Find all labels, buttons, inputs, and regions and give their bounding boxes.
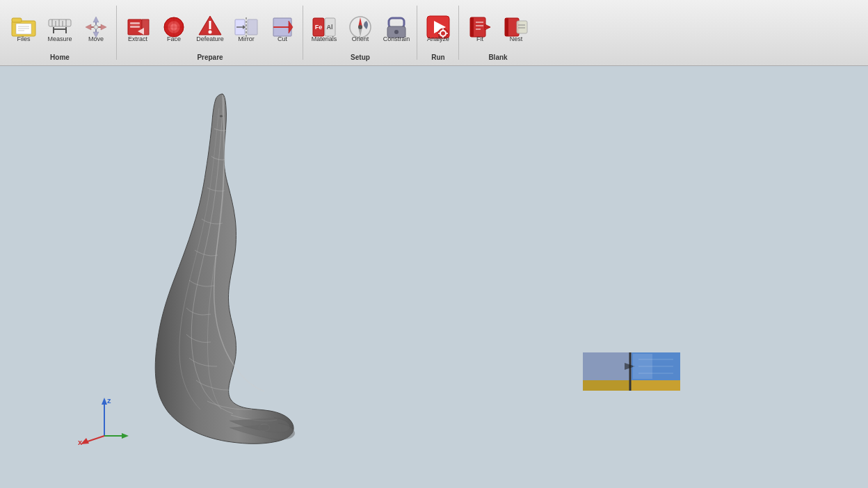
svg-point-50 <box>358 25 362 29</box>
viewport[interactable]: z x <box>0 66 868 488</box>
fit-label: Fit <box>476 35 483 42</box>
run-group-label: Run <box>431 54 444 61</box>
extract-label: Extract <box>128 35 147 42</box>
measure-label: Measure <box>47 35 72 42</box>
svg-rect-63 <box>470 17 474 37</box>
files-label: Files <box>17 35 30 42</box>
extract-button[interactable]: Extract <box>120 9 156 56</box>
face-label: Face <box>167 35 181 42</box>
setup-group-label: Setup <box>351 54 370 61</box>
svg-marker-15 <box>93 17 99 22</box>
measure-button[interactable]: Measure <box>42 9 78 56</box>
home-group-label: Home <box>50 54 70 61</box>
defeature-button[interactable]: Defeature <box>192 9 228 56</box>
mirror-label: Mirror <box>238 35 255 42</box>
mirror-button[interactable]: Mirror <box>228 9 264 56</box>
svg-rect-86 <box>632 380 680 391</box>
move-label: Move <box>88 35 104 42</box>
blank-group-label: Blank <box>488 54 507 61</box>
part-3d-view <box>111 87 355 462</box>
toolbar-group-home: Files Measure <box>3 0 117 65</box>
analyze-label: Analyze <box>427 35 449 42</box>
svg-marker-20 <box>101 24 106 30</box>
nest-label: Nest <box>510 35 523 42</box>
defeature-label: Defeature <box>196 35 224 42</box>
toolbar-group-prepare: Extract Face <box>117 0 303 65</box>
axes-indicator: z x <box>77 391 132 446</box>
toolbar-group-blank: Fit Nest Blank <box>459 0 537 65</box>
svg-rect-24 <box>130 22 140 24</box>
materials-label: Materials <box>312 35 337 42</box>
svg-marker-82 <box>122 433 129 439</box>
blank-preview <box>583 352 680 391</box>
svg-rect-71 <box>517 21 527 33</box>
constrain-button[interactable]: Constrain <box>378 9 415 56</box>
face-button[interactable]: Face <box>156 9 192 56</box>
analyze-button[interactable]: Analyze <box>420 9 456 56</box>
toolbar-group-run: Analyze Run <box>417 0 459 65</box>
svg-rect-83 <box>583 352 632 380</box>
fit-button[interactable]: Fit <box>462 9 498 56</box>
nest-button[interactable]: Nest <box>498 9 534 56</box>
materials-button[interactable]: Fe Al Materials <box>306 9 342 56</box>
prepare-group-label: Prepare <box>197 54 223 61</box>
svg-text:Fe: Fe <box>315 24 323 31</box>
svg-rect-1 <box>12 18 22 22</box>
x-axis-label: x <box>78 438 83 446</box>
svg-point-34 <box>209 31 212 34</box>
svg-point-21 <box>94 25 98 29</box>
constrain-label: Constrain <box>383 35 410 42</box>
svg-point-75 <box>220 115 223 117</box>
toolbar: Files Measure <box>0 0 868 66</box>
move-button[interactable]: Move <box>78 9 114 56</box>
cut-label: Cut <box>278 35 287 42</box>
z-axis-label: z <box>107 396 111 405</box>
svg-point-53 <box>394 30 399 34</box>
svg-rect-25 <box>130 26 140 28</box>
cut-button[interactable]: Cut <box>264 9 300 56</box>
svg-rect-70 <box>505 18 508 36</box>
svg-text:Al: Al <box>327 24 333 31</box>
svg-rect-84 <box>583 380 632 391</box>
orient-button[interactable]: Orient <box>342 9 378 56</box>
orient-label: Orient <box>352 35 369 42</box>
svg-marker-78 <box>102 398 107 405</box>
toolbar-group-setup: Fe Al Materials Orient <box>303 0 417 65</box>
svg-rect-36 <box>248 19 257 35</box>
svg-marker-18 <box>86 24 91 30</box>
files-button[interactable]: Files <box>6 9 42 56</box>
